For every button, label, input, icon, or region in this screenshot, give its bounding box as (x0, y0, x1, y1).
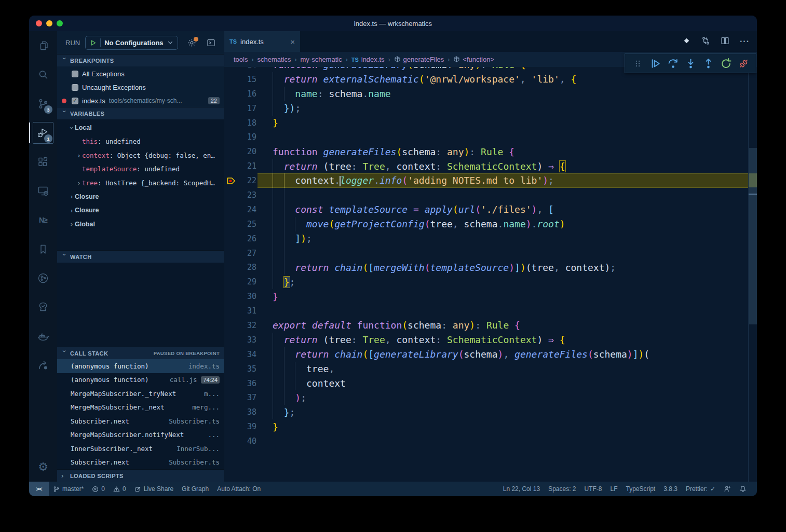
breakpoint-item[interactable]: index.tstools/schematics/my-sch...22 (57, 94, 224, 107)
line-number[interactable]: 30 (238, 292, 256, 301)
docker-activity-icon[interactable] (29, 322, 57, 351)
variable-row[interactable]: templateSource: undefined (57, 162, 224, 176)
search-activity-icon[interactable] (29, 60, 57, 89)
variable-scope-row[interactable]: ›Global (57, 217, 224, 231)
breadcrumb-item[interactable]: TSindex.ts (351, 56, 385, 63)
line-number[interactable]: 20 (238, 147, 256, 156)
maximize-window-button[interactable] (57, 20, 63, 26)
status-encoding[interactable]: UTF-8 (580, 482, 606, 496)
title-bar[interactable]: index.ts — wrkschematics (29, 16, 757, 31)
debug-current-breakpoint-icon[interactable] (224, 177, 238, 185)
call-stack-frame[interactable]: MergeMapSubscriber._nextmerg... (57, 401, 224, 415)
continue-icon[interactable] (649, 57, 661, 70)
line-number[interactable]: 22 (238, 176, 256, 185)
breakpoint-checkbox[interactable] (72, 98, 78, 104)
bookmarks-activity-icon[interactable] (29, 235, 57, 264)
more-actions-icon[interactable]: ··· (740, 37, 750, 46)
code-editor[interactable]: 14function generateLibrary(schema: any):… (224, 67, 748, 482)
code-line-23[interactable]: 23 (224, 188, 748, 202)
loaded-scripts-section-header[interactable]: › LOADED SCRIPTS (57, 469, 224, 482)
code-line-32[interactable]: 32export default function(schema: any): … (224, 318, 748, 333)
debug-settings-gear-icon[interactable] (187, 38, 196, 47)
breadcrumb-item[interactable]: my-schematic (301, 56, 342, 63)
status-ts-version[interactable]: 3.8.3 (659, 482, 682, 496)
line-number[interactable]: 37 (238, 393, 256, 402)
git-graph-activity-icon[interactable] (29, 264, 57, 293)
line-number[interactable]: 15 (238, 75, 256, 84)
line-number[interactable]: 32 (238, 321, 256, 330)
code-line-40[interactable]: 40 (224, 434, 748, 448)
code-line-27[interactable]: 27 (224, 246, 748, 261)
status-git-graph[interactable]: Git Graph (178, 482, 213, 496)
status-errors[interactable]: 0 (88, 482, 109, 496)
step-over-icon[interactable] (667, 57, 679, 70)
source-control-activity-icon[interactable]: 3 (29, 89, 57, 118)
code-line-20[interactable]: 20function generateFiles(schema: any): R… (224, 144, 748, 159)
status-prettier[interactable]: Prettier:✓ (682, 482, 720, 496)
call-stack-frame[interactable]: Subscriber.nextSubscriber.ts (57, 414, 224, 428)
line-number[interactable]: 18 (238, 118, 256, 128)
code-line-30[interactable]: 30} (224, 289, 748, 304)
status-indentation[interactable]: Spaces: 2 (544, 482, 580, 496)
step-out-icon[interactable] (702, 57, 714, 70)
call-stack-frame[interactable]: MergeMapSubscriber._tryNextm... (57, 387, 224, 401)
breadcrumb-item[interactable]: <function> (453, 56, 494, 63)
code-line-15[interactable]: 15 return externalSchematic('@nrwl/works… (224, 72, 748, 87)
code-line-26[interactable]: 26 ]); (224, 231, 748, 246)
line-number[interactable]: 38 (238, 407, 256, 417)
code-line-25[interactable]: 25 move(getProjectConfig(tree, schema.na… (224, 217, 748, 231)
status-cursor-position[interactable]: Ln 22, Col 13 (499, 482, 544, 496)
line-number[interactable]: 24 (238, 205, 256, 214)
line-number[interactable]: 34 (238, 350, 256, 359)
variable-row[interactable]: this: undefined (57, 135, 224, 149)
line-number[interactable]: 31 (238, 306, 256, 316)
start-debug-icon[interactable] (90, 39, 97, 46)
close-window-button[interactable] (36, 20, 42, 26)
breakpoint-checkbox[interactable] (72, 71, 78, 77)
breadcrumb-item[interactable]: tools (234, 56, 248, 63)
code-line-33[interactable]: 33 return (tree: Tree, context: Schemati… (224, 333, 748, 347)
code-line-37[interactable]: 37 ); (224, 390, 748, 405)
code-line-21[interactable]: 21 return (tree: Tree, context: Schemati… (224, 159, 748, 173)
tab-index-ts[interactable]: TS index.ts × (224, 31, 300, 52)
code-line-24[interactable]: 24 const templateSource = apply(url('./f… (224, 202, 748, 217)
testing-activity-icon[interactable] (29, 293, 57, 322)
live-share-activity-icon[interactable] (29, 351, 57, 380)
code-line-35[interactable]: 35 tree, (224, 362, 748, 376)
line-number[interactable]: 16 (238, 89, 256, 99)
status-auto-attach[interactable]: Auto Attach: On (213, 482, 265, 496)
variable-row[interactable]: ›tree: HostTree {_backend: ScopedH… (57, 176, 224, 190)
breakpoint-checkbox[interactable] (72, 84, 78, 91)
minimize-window-button[interactable] (46, 20, 52, 26)
code-line-38[interactable]: 38 }; (224, 405, 748, 419)
breakpoint-item[interactable]: Uncaught Exceptions (57, 80, 224, 94)
variables-section-header[interactable]: › VARIABLES (57, 107, 224, 119)
code-line-16[interactable]: 16 name: schema.name (224, 87, 748, 101)
call-stack-section-header[interactable]: › CALL STACK PAUSED ON BREAKPOINT (57, 347, 224, 359)
status-warnings[interactable]: 0 (109, 482, 130, 496)
gitlens-icon[interactable] (682, 36, 691, 47)
code-line-39[interactable]: 39} (224, 419, 748, 434)
line-number[interactable]: 35 (238, 364, 256, 374)
breakpoint-item[interactable]: All Exceptions (57, 67, 224, 80)
status-branch[interactable]: master* (49, 482, 88, 496)
launch-configuration-dropdown[interactable]: No Configurations (85, 36, 178, 50)
explorer-activity-icon[interactable] (29, 31, 57, 60)
line-number[interactable]: 21 (238, 161, 256, 171)
drag-handle-icon[interactable] (631, 57, 644, 70)
disconnect-icon[interactable] (737, 57, 750, 70)
line-number[interactable]: 29 (238, 277, 256, 287)
code-line-34[interactable]: 34 return chain([generateLibrary(schema)… (224, 347, 748, 362)
step-into-icon[interactable] (684, 57, 697, 70)
code-line-29[interactable]: 29 }; (224, 275, 748, 289)
split-editor-icon[interactable] (721, 36, 729, 47)
code-line-22[interactable]: 22 context.logger.info('adding NOTES.md … (224, 173, 748, 188)
status-language[interactable]: TypeScript (622, 482, 660, 496)
status-feedback[interactable] (720, 482, 735, 496)
code-line-36[interactable]: 36 context (224, 376, 748, 391)
remote-explorer-activity-icon[interactable] (29, 176, 57, 206)
run-and-debug-activity-icon[interactable]: 1 (29, 118, 57, 147)
call-stack-frame[interactable]: (anonymous function)index.ts (57, 359, 224, 373)
status-notifications[interactable] (735, 482, 751, 496)
git-compare-icon[interactable] (701, 36, 710, 47)
